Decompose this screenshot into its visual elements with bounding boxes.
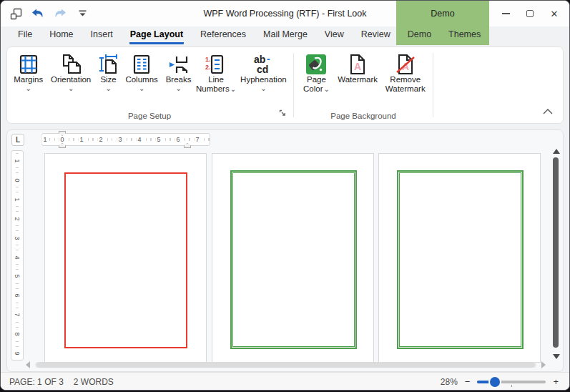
qat-dropdown-button[interactable] <box>74 5 90 22</box>
undo-icon <box>31 9 44 19</box>
hyphenation-icon: ab - cd <box>252 54 274 75</box>
tab-review[interactable]: Review <box>353 26 399 45</box>
zoom-slider[interactable] <box>477 381 546 383</box>
tab-stop-selector[interactable]: L <box>11 134 24 146</box>
remove-watermark-button[interactable]: A Remove Watermark <box>380 52 430 94</box>
close-icon: ✕ <box>551 9 559 19</box>
minimize-button[interactable] <box>493 1 518 26</box>
document-page-2[interactable] <box>212 153 374 363</box>
page-color-icon <box>305 54 327 75</box>
margins-button[interactable]: Margins ⌄ <box>10 52 46 92</box>
demo-badge-label: Demo <box>396 1 489 26</box>
svg-text:cd: cd <box>257 64 268 75</box>
ruler-number: 1 <box>13 195 21 204</box>
tab-view[interactable]: View <box>316 26 353 45</box>
document-page-1[interactable] <box>44 153 207 363</box>
watermark-button[interactable]: A Watermark <box>335 52 381 84</box>
document-area: L 1 0 1 2 3 4 5 6 7 1 0 1 2 3 4 5 6 7 8 … <box>6 129 564 372</box>
close-button[interactable]: ✕ <box>542 1 566 26</box>
tab-themes[interactable]: Themes <box>440 26 489 45</box>
maximize-button[interactable] <box>518 1 542 26</box>
minimize-icon <box>502 13 510 14</box>
dialog-launcher-button[interactable] <box>279 107 286 119</box>
svg-text:-: - <box>267 54 270 64</box>
ribbon-tab-bar: File Home Insert Page Layout References … <box>9 26 489 45</box>
ruler-number: 6 <box>13 291 21 300</box>
title-bar: Demo WPF Word Processing (RTF) - First L… <box>1 1 569 26</box>
scroll-right-icon[interactable] <box>541 361 546 368</box>
vertical-ruler[interactable]: 1 0 1 2 3 4 5 6 7 8 9 <box>11 150 24 361</box>
chevron-up-icon <box>543 109 553 114</box>
zoom-slider-thumb[interactable] <box>490 377 500 387</box>
tab-mail-merge[interactable]: Mail Merge <box>255 26 316 45</box>
ruler-number: 7 <box>194 135 200 144</box>
chevron-down-icon: ⌄ <box>105 85 111 92</box>
horizontal-ruler[interactable]: 1 0 1 2 3 4 5 6 7 <box>41 133 210 146</box>
ruler-number: 0 <box>59 135 65 144</box>
redo-button[interactable] <box>52 5 68 22</box>
redo-icon <box>54 9 67 19</box>
columns-button[interactable]: Columns ⌄ <box>122 52 161 92</box>
page-color-button[interactable]: Page Color⌄ <box>298 52 335 94</box>
ruler-number: 1 <box>41 135 48 144</box>
scroll-down-icon[interactable] <box>553 354 560 359</box>
horizontal-scrollbar[interactable] <box>26 361 546 369</box>
page-border-green <box>230 170 357 349</box>
zoom-slider-tick <box>511 385 512 387</box>
size-icon <box>98 54 119 75</box>
ruler-number: 3 <box>13 234 21 242</box>
columns-icon <box>131 54 152 75</box>
chevron-down-icon: ⌄ <box>26 85 31 92</box>
undo-button[interactable] <box>30 5 46 22</box>
overlapping-pages-icon <box>10 8 22 20</box>
app-window: Demo WPF Word Processing (RTF) - First L… <box>0 0 570 391</box>
ruler-number: 5 <box>155 135 162 144</box>
size-button[interactable]: Size ⌄ <box>95 52 122 92</box>
dialog-launcher-icon <box>279 109 286 117</box>
chevron-down-icon: ⌄ <box>323 85 329 93</box>
tab-demo[interactable]: Demo <box>399 26 440 45</box>
maximize-icon <box>526 10 534 17</box>
margins-icon <box>18 54 39 75</box>
document-page-3[interactable] <box>378 153 541 363</box>
breaks-button[interactable]: Breaks ⌄ <box>162 52 196 92</box>
window-controls: ✕ <box>493 1 566 26</box>
zoom-in-button[interactable]: + <box>552 377 559 386</box>
word-count: 2 WORDS <box>74 377 114 387</box>
line-numbers-button[interactable]: 1. 2. Line Numbers⌄ <box>195 52 236 94</box>
ruler-number: 3 <box>117 135 123 144</box>
ribbon-group-page-background: Page Color⌄ A Watermark A Remove <box>295 47 431 123</box>
hyphenation-button[interactable]: ab - cd Hyphenation ⌄ <box>237 52 290 92</box>
ribbon-group-page-setup: Margins ⌄ Orientation ⌄ <box>7 47 292 123</box>
ribbon-group-separator <box>293 53 294 117</box>
ruler-number: 2 <box>97 135 104 144</box>
ruler-number: 6 <box>175 135 181 144</box>
right-indent-marker[interactable] <box>184 143 191 148</box>
orientation-button[interactable]: Orientation ⌄ <box>46 52 94 92</box>
tab-file[interactable]: File <box>9 26 41 45</box>
layout-button[interactable] <box>8 5 24 22</box>
tab-home[interactable]: Home <box>41 26 82 45</box>
hanging-indent-marker[interactable] <box>59 143 66 148</box>
vertical-scroll-thumb[interactable] <box>553 157 559 348</box>
tab-insert[interactable]: Insert <box>82 26 122 45</box>
chevron-down-icon: ⌄ <box>175 85 181 92</box>
svg-text:1.: 1. <box>205 56 211 63</box>
ribbon-group-separator <box>433 53 433 117</box>
horizontal-scroll-thumb[interactable] <box>36 362 535 368</box>
ruler-number: 4 <box>136 135 142 144</box>
ruler-number: 2 <box>13 215 21 223</box>
ruler-number: 1 <box>13 157 21 165</box>
vertical-scrollbar[interactable] <box>551 149 561 359</box>
quick-access-toolbar <box>8 1 90 26</box>
tab-page-layout[interactable]: Page Layout <box>122 26 192 45</box>
group-label-page-background: Page Background <box>295 112 431 120</box>
line-numbers-icon: 1. 2. <box>205 54 227 75</box>
zoom-out-button[interactable]: − <box>464 377 471 386</box>
ruler-number: 5 <box>13 272 21 280</box>
scroll-left-icon[interactable] <box>26 361 30 368</box>
orientation-icon <box>60 54 82 75</box>
scroll-up-icon[interactable] <box>553 149 560 154</box>
collapse-ribbon-button[interactable] <box>543 104 553 117</box>
tab-references[interactable]: References <box>192 26 255 45</box>
